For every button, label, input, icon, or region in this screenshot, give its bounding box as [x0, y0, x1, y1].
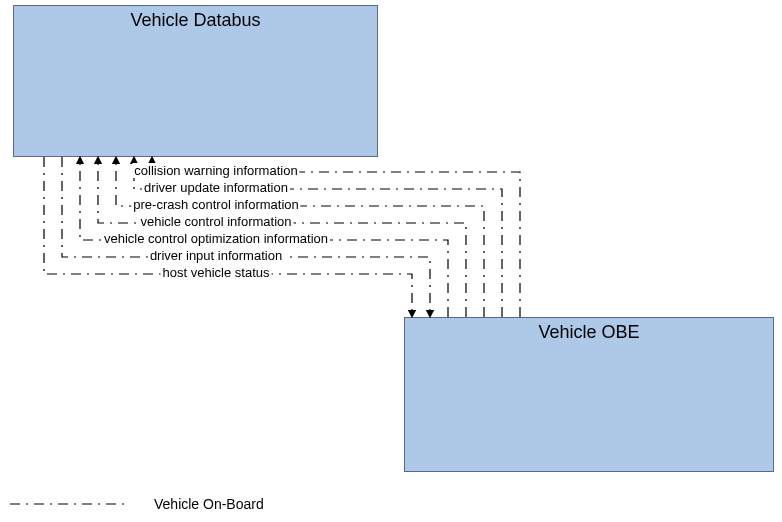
flow-label: driver input information	[148, 248, 284, 263]
flow-label: pre-crash control information	[131, 197, 300, 212]
legend-label: Vehicle On-Board	[154, 496, 264, 512]
legend-line-icon	[10, 502, 130, 506]
node-title: Vehicle OBE	[538, 322, 639, 342]
node-vehicle-obe: Vehicle OBE	[404, 317, 774, 472]
flow-label: host vehicle status	[161, 265, 272, 280]
node-vehicle-databus: Vehicle Databus	[13, 5, 378, 157]
flow-label: driver update information	[142, 180, 290, 195]
flow-label: collision warning information	[132, 163, 299, 178]
flow-label: vehicle control information	[138, 214, 293, 229]
node-title: Vehicle Databus	[130, 10, 260, 30]
legend: Vehicle On-Board	[10, 496, 264, 512]
flow-label: vehicle control optimization information	[102, 231, 330, 246]
